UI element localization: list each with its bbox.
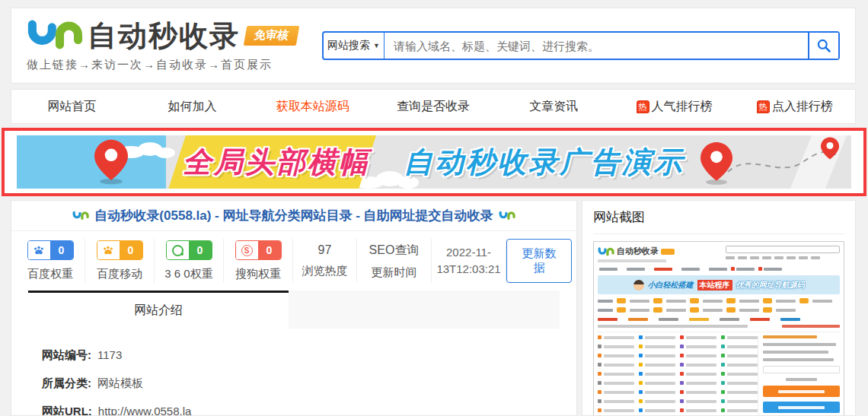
thumb-text-bar: [645, 373, 675, 376]
search-category-label: 网站搜索: [327, 39, 370, 52]
thumb-nav-bar: [654, 268, 672, 271]
thumb-text-bar: [666, 309, 686, 312]
thumb-link-item: [639, 399, 675, 403]
thumb-link-item: [680, 381, 716, 385]
stat-seo-query[interactable]: SEO查询 更新时间: [357, 239, 432, 283]
update-date-line2: 13T12:03:21: [436, 262, 500, 275]
tab-site-intro[interactable]: 网站介绍: [28, 291, 289, 329]
thumb-orange-pill: [690, 298, 699, 303]
field-site-url: 网站URL: http://www.0558.la: [42, 405, 560, 416]
thumb-link-item: [598, 408, 634, 412]
thumb-link-item: [680, 390, 716, 394]
tab-bar-filler: [289, 291, 560, 329]
nav-item-home[interactable]: 网站首页: [11, 99, 132, 115]
baidu-paw-icon: [28, 241, 50, 259]
thumb-link-item: [721, 381, 758, 385]
chevron-down-icon: ▼: [373, 42, 380, 49]
thumb-favicon-dot: [598, 381, 602, 385]
nav-item-join[interactable]: 如何加入: [132, 99, 252, 115]
thumb-link-item: [721, 345, 758, 348]
thumb-text-bar: [598, 309, 613, 312]
stat-value: 0: [258, 241, 281, 259]
thumb-text-bar: [598, 325, 748, 328]
thumb-favicon-dot: [598, 408, 602, 412]
thumb-text-bar: [703, 300, 723, 303]
thumb-nav-bar: [709, 268, 727, 271]
thumb-favicon-dot: [680, 399, 684, 403]
thumb-orange-pill: [763, 298, 772, 303]
thumb-category-bar: [598, 318, 617, 321]
thumb-banner-text2: 优秀的网址导航源码: [736, 280, 805, 291]
stat-value: 97: [318, 243, 332, 257]
thumb-link-item: [680, 372, 716, 376]
thumb-logo-badge: [661, 249, 675, 255]
thumb-text-bars: [726, 256, 840, 259]
thumb-text-bar: [598, 300, 613, 303]
thumb-text-bar: [686, 409, 716, 412]
thumb-text-bar: [763, 351, 828, 354]
thumb-text-bar: [727, 391, 758, 394]
thumb-link-item: [680, 335, 716, 339]
logo-area[interactable]: 自动秒收录 免审核 做上链接→来访一次→自动收录→首页展示: [27, 20, 308, 72]
ad-banner[interactable]: 全局头部横幅 自动秒收录广告演示: [2, 128, 866, 196]
nav-item-popularity-rank[interactable]: 热人气排行榜: [614, 99, 734, 115]
page-title: 自动秒收录(0558.la) - 网址导航分类网站目录 - 自助网址提交自动收录: [94, 207, 493, 224]
thumb-orange-pill: [617, 307, 626, 313]
sogou-icon: S: [236, 241, 258, 259]
thumb-link-item: [639, 390, 675, 394]
search-bar: 网站搜索 ▼: [322, 31, 840, 60]
nav-label: 人气排行榜: [652, 99, 713, 115]
search-button[interactable]: [808, 33, 838, 59]
field-value[interactable]: http://www.0558.la: [98, 405, 192, 416]
field-label: 网站编号:: [42, 348, 91, 363]
thumb-text-bar: [604, 382, 634, 385]
thumb-category-bar: [689, 318, 709, 321]
thumb-text-bar: [727, 373, 758, 376]
thumb-text-bar: [776, 300, 796, 303]
nav-item-clickin-rank[interactable]: 热点入排行榜: [735, 99, 855, 115]
nav-item-source-code[interactable]: 获取本站源码: [253, 99, 373, 115]
thumb-orange-button: [763, 386, 840, 397]
thumb-orange-pill: [726, 307, 736, 313]
thumb-link-item: [598, 363, 634, 367]
thumb-favicon-dot: [639, 399, 643, 403]
thumb-avatar: [633, 280, 644, 291]
thumb-slogan-bar: [598, 259, 666, 262]
update-data-button[interactable]: 更新数据: [506, 239, 572, 283]
thumb-favicon-dot: [721, 408, 725, 412]
thumb-orange-pill: [617, 298, 626, 303]
search-category-select[interactable]: 网站搜索 ▼: [324, 33, 385, 59]
thumb-link-grid: [598, 335, 758, 416]
field-category: 所属分类: 网站模板: [42, 376, 560, 391]
thumb-text-bar: [727, 336, 758, 339]
thumb-link-item: [721, 354, 758, 357]
site-screenshot-thumbnail[interactable]: 自动秒收录 小白轻松搭建 本站程序 优秀的网址导航源码: [593, 241, 844, 416]
thumb-text-bar: [786, 378, 816, 381]
stat-value: 0: [120, 241, 142, 259]
field-value[interactable]: 网站模板: [97, 376, 143, 391]
stat-update-time: 2022-11- 13T12:03:21: [432, 239, 506, 283]
thumb-link-item: [721, 408, 758, 412]
thumb-link-item: [639, 381, 675, 385]
divider: [593, 233, 844, 234]
thumb-nav-bar: [599, 268, 617, 271]
thumb-favicon-dot: [639, 335, 643, 339]
search-icon: [816, 38, 831, 53]
page: 自动秒收录 免审核 做上链接→来访一次→自动收录→首页展示 网站搜索 ▼ 网站首…: [0, 8, 868, 416]
baidu-paw-icon: [97, 241, 120, 259]
thumb-favicon-dot: [680, 381, 684, 385]
thumb-notice-row: [598, 325, 840, 328]
thumb-favicon-dot: [639, 363, 643, 367]
thumb-link-item: [680, 354, 716, 357]
thumb-text-bar: [645, 336, 675, 339]
update-date-line1: 2022-11-: [446, 246, 491, 259]
thumb-nav: [599, 268, 838, 271]
360-icon: [167, 241, 189, 259]
thumb-link-item: [639, 363, 675, 367]
search-input[interactable]: [385, 33, 808, 59]
nav-item-check-included[interactable]: 查询是否收录: [373, 99, 493, 115]
hot-icon: 热: [757, 100, 770, 113]
stat-label: 3 6 0权重: [164, 267, 212, 281]
stat-360-weight: 0 3 6 0权重: [155, 239, 224, 283]
nav-item-articles[interactable]: 文章资讯: [493, 99, 614, 115]
